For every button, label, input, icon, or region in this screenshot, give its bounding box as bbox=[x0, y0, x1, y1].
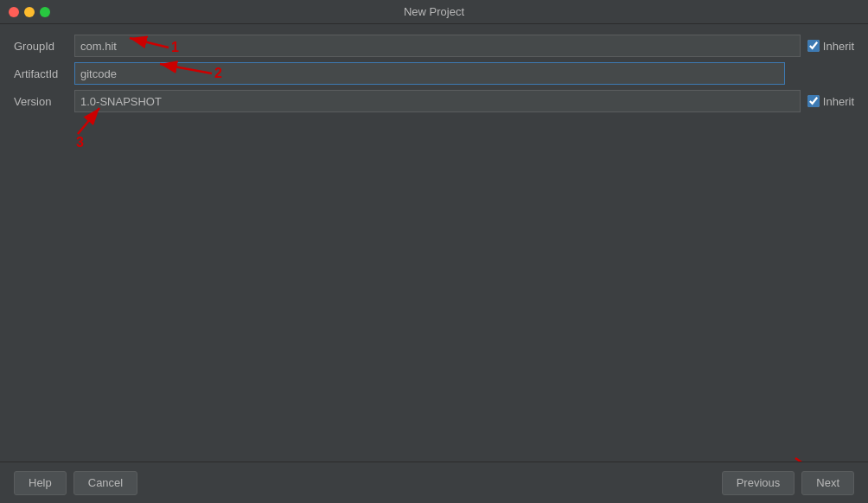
groupid-label: GroupId bbox=[14, 40, 74, 53]
svg-text:3: 3 bbox=[76, 135, 84, 150]
bottom-right-buttons: Previous Next bbox=[722, 471, 854, 495]
cancel-button[interactable]: Cancel bbox=[73, 471, 137, 495]
groupid-row: GroupId Inherit bbox=[14, 35, 854, 57]
version-row: Version Inherit bbox=[14, 90, 854, 112]
maximize-button[interactable] bbox=[40, 7, 50, 17]
bottom-left-buttons: Help Cancel bbox=[14, 471, 137, 495]
title-bar: New Project bbox=[0, 0, 868, 24]
previous-button[interactable]: Previous bbox=[722, 471, 795, 495]
artifactid-input[interactable] bbox=[74, 62, 785, 85]
groupid-inherit: Inherit bbox=[807, 40, 854, 53]
version-inherit-label: Inherit bbox=[823, 95, 854, 108]
version-label: Version bbox=[14, 95, 74, 108]
version-inherit: Inherit bbox=[807, 95, 854, 108]
next-button[interactable]: Next bbox=[801, 471, 854, 495]
groupid-inherit-label: Inherit bbox=[823, 40, 854, 53]
version-inherit-checkbox[interactable] bbox=[807, 95, 820, 107]
groupid-input[interactable] bbox=[74, 35, 801, 57]
window-controls bbox=[9, 7, 50, 17]
help-button[interactable]: Help bbox=[14, 471, 67, 495]
minimize-button[interactable] bbox=[24, 7, 35, 17]
close-button[interactable] bbox=[9, 7, 19, 17]
version-input[interactable] bbox=[74, 90, 801, 112]
artifactid-label: ArtifactId bbox=[14, 67, 74, 80]
groupid-inherit-checkbox[interactable] bbox=[807, 40, 820, 52]
main-content: GroupId Inherit ArtifactId Version Inher… bbox=[0, 24, 868, 112]
window-title: New Project bbox=[404, 5, 464, 18]
bottom-bar: Help Cancel Previous Next bbox=[0, 462, 868, 503]
artifactid-row: ArtifactId bbox=[14, 62, 854, 85]
